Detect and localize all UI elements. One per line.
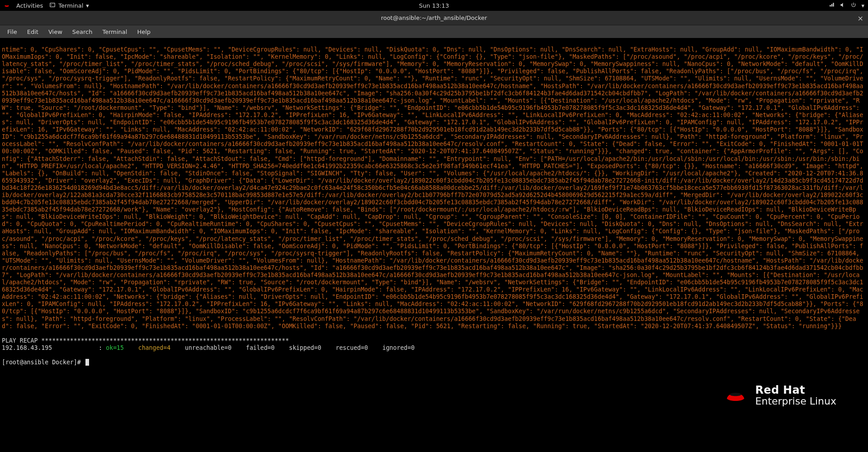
window-titlebar: root@ansible:~/arth_ansible/Docker × xyxy=(0,11,868,25)
activities-button[interactable]: Activities xyxy=(16,2,43,9)
network-icon[interactable] xyxy=(829,2,835,9)
redhat-logo-icon xyxy=(4,2,10,9)
power-icon[interactable] xyxy=(850,2,857,9)
cursor xyxy=(85,359,89,366)
recap-failed: failed=0 xyxy=(246,344,275,351)
menu-search[interactable]: Search xyxy=(68,27,97,37)
recap-host: 192.168.43.195 xyxy=(2,344,52,351)
recap-rescued: rescued=0 xyxy=(335,344,368,351)
menu-terminal[interactable]: Terminal xyxy=(98,27,132,37)
volume-icon[interactable] xyxy=(840,2,846,9)
recap-skipped: skipped=0 xyxy=(289,344,321,351)
shell-prompt: [root@ansible Docker]# xyxy=(2,359,85,366)
terminal-viewport[interactable]: ntime": 0, "CpuShares": 0, "CpusetCpus":… xyxy=(0,38,868,452)
gnome-topbar: Activities Terminal ▾ Sun 13:13 ▾ xyxy=(0,0,868,11)
terminal-menubar: File Edit View Search Terminal Help xyxy=(0,25,868,38)
chevron-down-icon: ▾ xyxy=(861,2,864,9)
recap-ignored: ignored=0 xyxy=(382,344,415,351)
recap-ok: ok=15 xyxy=(106,344,124,351)
play-recap-header: PLAY RECAP *****************************… xyxy=(2,337,289,344)
active-app-pill[interactable]: Terminal ▾ xyxy=(49,2,89,9)
recap-changed: changed=4 xyxy=(138,344,170,351)
chevron-down-icon: ▾ xyxy=(86,2,89,9)
recap-unreachable: unreachable=0 xyxy=(185,344,231,351)
docker-inspect-output: ntime": 0, "CpuShares": 0, "CpusetCpus":… xyxy=(2,46,867,330)
menu-file[interactable]: File xyxy=(3,27,22,37)
menu-view[interactable]: View xyxy=(44,27,67,37)
menu-edit[interactable]: Edit xyxy=(23,27,43,37)
window-title: root@ansible:~/arth_ansible/Docker xyxy=(381,14,487,21)
clock[interactable]: Sun 13:13 xyxy=(419,2,449,9)
menu-help[interactable]: Help xyxy=(132,27,155,37)
terminal-icon xyxy=(49,2,56,9)
active-app-label: Terminal xyxy=(58,2,83,9)
close-icon[interactable]: × xyxy=(858,14,863,22)
svg-rect-1 xyxy=(51,3,55,6)
